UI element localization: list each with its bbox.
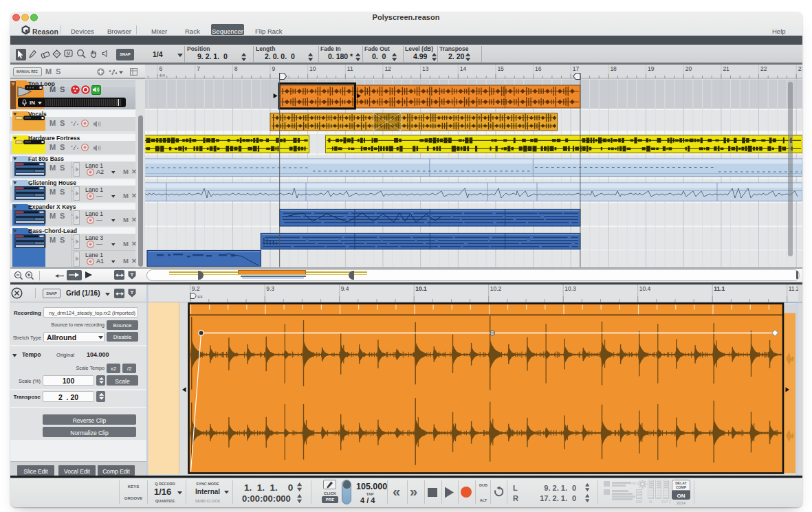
svg-text:17: 17 bbox=[573, 65, 580, 72]
svg-text:4/4: 4/4 bbox=[160, 74, 166, 78]
svg-text:10.4: 10.4 bbox=[639, 285, 651, 292]
svg-text:10.2: 10.2 bbox=[490, 285, 502, 292]
svg-text:19: 19 bbox=[648, 65, 655, 72]
svg-text:9.4: 9.4 bbox=[341, 285, 349, 292]
svg-text:16: 16 bbox=[535, 65, 542, 72]
svg-text:14: 14 bbox=[460, 65, 467, 72]
svg-text:11: 11 bbox=[347, 65, 353, 72]
svg-text:21: 21 bbox=[723, 65, 729, 72]
svg-text:10: 10 bbox=[309, 65, 316, 72]
svg-text:23: 23 bbox=[798, 65, 802, 72]
svg-text:6: 6 bbox=[160, 65, 163, 72]
svg-text:10.3: 10.3 bbox=[564, 285, 576, 292]
svg-text:11.1: 11.1 bbox=[714, 285, 725, 292]
svg-text:9.2: 9.2 bbox=[192, 285, 200, 292]
svg-text:7: 7 bbox=[197, 65, 200, 72]
svg-text:10.1: 10.1 bbox=[415, 285, 427, 292]
svg-text:11.2: 11.2 bbox=[789, 285, 800, 292]
svg-text:20: 20 bbox=[685, 65, 692, 72]
svg-text:8: 8 bbox=[234, 65, 238, 72]
svg-text:15: 15 bbox=[497, 65, 504, 72]
svg-text:M: M bbox=[67, 51, 70, 56]
svg-text:4/4: 4/4 bbox=[197, 295, 203, 299]
svg-text:9.3: 9.3 bbox=[266, 285, 274, 292]
svg-text:22: 22 bbox=[760, 65, 767, 72]
svg-text:13: 13 bbox=[422, 65, 429, 72]
svg-text:18: 18 bbox=[610, 65, 617, 72]
svg-text:12: 12 bbox=[384, 65, 391, 72]
svg-text:9: 9 bbox=[272, 65, 276, 72]
